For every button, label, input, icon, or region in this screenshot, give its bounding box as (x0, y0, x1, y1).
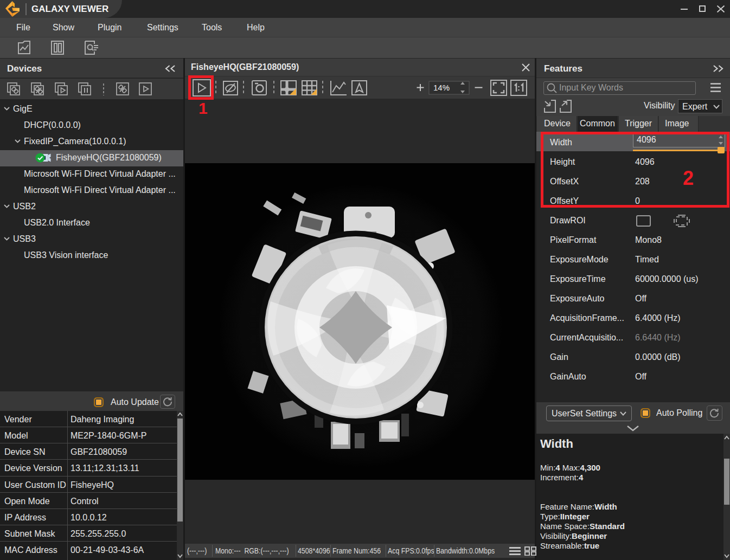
svg-text:14%: 14% (433, 83, 450, 92)
